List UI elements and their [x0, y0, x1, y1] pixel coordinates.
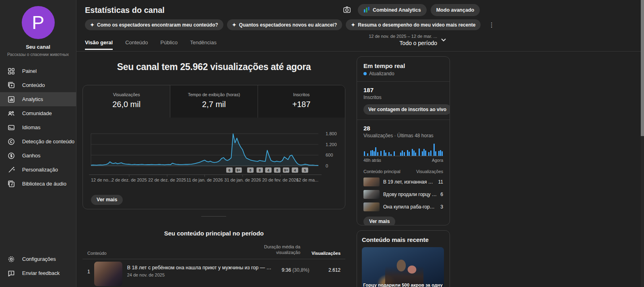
top-content-table: Conteúdo Duração média da visualização V…: [83, 244, 345, 286]
sidebar-item-ganhos[interactable]: Ganhos: [0, 149, 76, 163]
analytics-icon: [7, 95, 15, 103]
sidebar-item-idiomas[interactable]: Idiomas: [0, 120, 76, 134]
video-thumbnail: [363, 202, 380, 211]
date-range-selector[interactable]: 12 de nov. de 2025 – 12 de mar. ... Todo…: [334, 34, 437, 46]
sidebar-item-label: Analytics: [22, 96, 43, 102]
analytics-tabs: Visão geral Conteúdo Público Tendências: [85, 39, 217, 49]
live-subscriber-count-button[interactable]: Ver contagem de inscritos ao vivo: [363, 104, 450, 115]
metric-value: 2,7 mil: [170, 100, 257, 109]
latest-video-thumbnail[interactable]: Горцу подарили 500 акров за одну ночь: [362, 247, 444, 287]
column-header-views[interactable]: Visualizações: [300, 251, 341, 256]
table-header-row: Conteúdo Duração média da visualização V…: [83, 244, 345, 259]
views-count: 6: [440, 192, 443, 197]
sidebar-item-comunidade[interactable]: Comunidade: [0, 106, 76, 120]
combined-analytics-button[interactable]: Combined Analytics: [358, 4, 427, 16]
thumbnail-caption: Горцу подарили 500 акров за одну ночь: [362, 283, 444, 287]
screenshot-camera-button[interactable]: [340, 3, 354, 17]
channel-avatar[interactable]: P: [22, 6, 55, 39]
sidebar-item-personalizacao[interactable]: Personalização: [0, 163, 76, 177]
chip-how-found[interactable]: ✦ Como os espectadores encontraram meu c…: [85, 19, 223, 30]
sidebar: P Seu canal Рассказы о спасении животных…: [0, 0, 76, 287]
video-marker-badge-label: 5: [304, 168, 306, 172]
realtime-subscribers-value: 187: [363, 87, 443, 93]
column-header-duration[interactable]: Duração média da visualização: [252, 244, 300, 256]
sidebar-item-label: Idiomas: [22, 124, 41, 130]
video-title: В 19 лет, изгнанная собств...: [383, 179, 435, 185]
dashboard-icon: [7, 67, 15, 75]
list-item[interactable]: Она купила раба-горца за 3 ... 3: [363, 202, 443, 211]
sidebar-item-analytics[interactable]: Analytics: [0, 92, 76, 106]
x-axis-tick-label: 11 de jan. de 2026: [186, 178, 223, 182]
realtime-title: Em tempo real: [363, 62, 443, 69]
community-icon: [7, 109, 15, 118]
realtime-column: Em tempo real Atualizando 187 Inscritos …: [357, 56, 450, 287]
column-header-content[interactable]: Conteúdo: [87, 251, 252, 256]
video-title: Она купила раба-горца за 3 ...: [383, 204, 437, 210]
top-content-list-header: Conteúdo principal Visualizações: [363, 169, 443, 174]
chips-overflow-menu-icon[interactable]: ⋮: [487, 21, 495, 29]
list-item[interactable]: Вдову продали горцу как ра... 6: [363, 190, 443, 199]
chip-label: Resuma o desempenho do meu vídeo mais re…: [358, 22, 475, 28]
table-row[interactable]: 1 В 18 лет с ребёнком она нашла приют у …: [83, 259, 345, 286]
feedback-icon: [7, 269, 15, 277]
section-divider: [201, 216, 226, 217]
video-marker-badge-label: 4: [267, 168, 269, 172]
sidebar-nav: Painel Conteúdo Analytics Comunidade Idi…: [0, 64, 76, 191]
sidebar-item-configuracoes[interactable]: Configurações: [0, 252, 76, 266]
sidebar-item-conteudo[interactable]: Conteúdo: [0, 78, 76, 92]
advanced-mode-button[interactable]: Modo avançado: [431, 4, 480, 16]
duration-value: 9:36: [282, 267, 291, 273]
content-area: Estatísticas do canal Combined Analytics…: [76, 0, 644, 287]
list-item[interactable]: В 19 лет, изгнанная собств... 11: [363, 178, 443, 186]
sidebar-item-label: Configurações: [22, 256, 56, 262]
thumbnail-figures: [385, 254, 423, 287]
chip-label: Como os espectadores encontraram meu con…: [97, 22, 218, 28]
metric-card-views[interactable]: Visualizações 26,0 mil: [83, 85, 170, 118]
column-header-duration-line1: Duração média da: [252, 244, 300, 250]
chip-new-viewers[interactable]: ✦ Quantos espectadores novos eu alcancei…: [227, 19, 342, 30]
row-rank: 1: [87, 262, 94, 275]
audio-library-icon: [7, 180, 15, 188]
realtime-bars: [363, 143, 443, 156]
sidebar-item-label: Biblioteca de áudio: [22, 181, 66, 187]
tab-publico[interactable]: Público: [161, 39, 178, 49]
copyright-icon: [7, 138, 15, 146]
tab-tendencias[interactable]: Tendências: [190, 39, 217, 49]
avatar-letter: P: [32, 12, 44, 33]
metric-card-subscribers[interactable]: Inscritos +187: [258, 85, 345, 118]
key-metrics-card: Visualizações 26,0 mil Tempo de exibição…: [83, 85, 345, 209]
subtitles-icon: [7, 124, 15, 132]
sparkle-icon: ✦: [90, 22, 94, 28]
see-more-button[interactable]: Ver mais: [91, 195, 123, 205]
tab-visao-geral[interactable]: Visão geral: [85, 39, 113, 49]
live-dot-icon: [363, 72, 367, 75]
sidebar-item-label: Comunidade: [22, 110, 52, 116]
realtime-card: Em tempo real Atualizando 187 Inscritos …: [357, 56, 450, 225]
sidebar-item-biblioteca[interactable]: Biblioteca de áudio: [0, 177, 76, 191]
x-axis-tick-label: 22 de dez. de 2025: [148, 178, 186, 182]
scrollbar-track[interactable]: [641, 0, 644, 287]
scrollbar-thumb[interactable]: [641, 0, 644, 136]
video-thumbnail: [94, 262, 122, 286]
video-title: В 18 лет с ребёнком она нашла приют у му…: [127, 265, 272, 270]
see-more-button[interactable]: Ver mais: [363, 217, 395, 225]
metric-card-watch-time[interactable]: Tempo de exibição (horas) 2,7 mil: [170, 85, 257, 118]
content-icon: [7, 81, 15, 89]
chip-label: Quantos espectadores novos eu alcancei?: [239, 22, 337, 28]
list-header-content: Conteúdo principal: [363, 169, 400, 174]
x-axis-tick-label: 12 de no...: [91, 178, 112, 182]
avg-view-duration: 9:36 (30,8%): [272, 262, 310, 273]
sidebar-item-feedback[interactable]: Enviar feedback: [0, 266, 76, 280]
chevron-down-icon[interactable]: [440, 36, 447, 45]
metric-cards-row: Visualizações 26,0 mil Tempo de exibição…: [83, 85, 345, 118]
sidebar-item-deteccao[interactable]: Detecção de conteúdo: [0, 134, 76, 149]
metric-value: +187: [258, 100, 345, 109]
x-axis-tick-label: 31 de jan. de 2026: [224, 178, 261, 182]
chip-latest-video-summary[interactable]: ✦ Resuma o desempenho do meu vídeo mais …: [346, 19, 481, 30]
tab-conteudo[interactable]: Conteúdo: [125, 39, 148, 49]
video-marker-badge-label: 8: [250, 168, 252, 172]
video-thumbnail: [363, 178, 380, 186]
sidebar-item-painel[interactable]: Painel: [0, 64, 76, 78]
x-axis-tick-label: 12 de ma...: [296, 178, 318, 182]
suggestion-chips: ✦ Como os espectadores encontraram meu c…: [85, 19, 495, 30]
